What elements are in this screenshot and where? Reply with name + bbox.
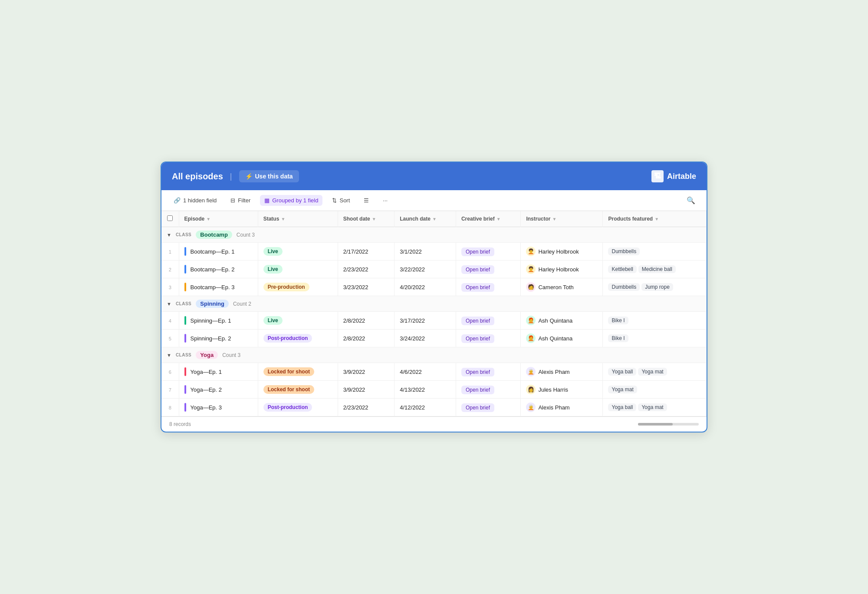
select-all-checkbox[interactable]	[167, 215, 173, 221]
instructor-cell: 🧑‍🦰 Ash Quintana	[521, 312, 603, 330]
episode-cell[interactable]: Bootcamp—Ep. 1	[179, 243, 258, 261]
brief-tag[interactable]: Open brief	[461, 368, 494, 376]
col-header-launch-date[interactable]: Launch date ▼	[395, 211, 456, 227]
products-cell: Dumbbells	[603, 243, 707, 261]
brief-tag[interactable]: Open brief	[461, 283, 494, 292]
sort-button[interactable]: ⇅ Sort	[328, 195, 354, 206]
group-collapse-arrow[interactable]: ▼	[167, 232, 171, 238]
table-row[interactable]: 3 Bootcamp—Ep. 3 Pre-production 3/23/202…	[161, 278, 707, 296]
brief-tag[interactable]: Open brief	[461, 248, 494, 256]
group-collapse-arrow[interactable]: ▼	[167, 301, 171, 307]
shoot-date-cell: 2/23/2022	[338, 399, 394, 416]
scrollbar-track[interactable]	[638, 423, 699, 426]
table-row[interactable]: 8 Yoga—Ep. 3 Post-production 2/23/2022 4…	[161, 399, 707, 416]
episode-cell[interactable]: Spinning—Ep. 1	[179, 312, 258, 330]
col-header-shoot-date[interactable]: Shoot date ▼	[338, 211, 394, 227]
episode-cell[interactable]: Yoga—Ep. 1	[179, 363, 258, 381]
launch-date-cell: 3/24/2022	[395, 330, 456, 347]
row-number: 7	[169, 387, 171, 393]
checkbox-header[interactable]	[161, 211, 179, 227]
instructor-name: Alexis Pham	[538, 404, 569, 411]
launch-date-cell: 3/17/2022	[395, 312, 456, 330]
row-checkbox-cell[interactable]: 3	[161, 278, 179, 296]
creative-brief-cell[interactable]: Open brief	[456, 261, 520, 278]
row-checkbox-cell[interactable]: 8	[161, 399, 179, 416]
creative-brief-cell[interactable]: Open brief	[456, 363, 520, 381]
table-row[interactable]: 7 Yoga—Ep. 2 Locked for shoot 3/9/2022 4…	[161, 381, 707, 399]
brief-tag[interactable]: Open brief	[461, 403, 494, 412]
avatar: 🧑‍🦳	[526, 367, 536, 376]
scrollbar-thumb	[638, 423, 673, 426]
filter-button[interactable]: ⊟ Filter	[226, 195, 255, 206]
creative-brief-cell[interactable]: Open brief	[456, 330, 520, 347]
row-checkbox-cell[interactable]: 7	[161, 381, 179, 399]
products-cell: Bike I	[603, 330, 707, 347]
row-number: 2	[169, 267, 171, 272]
sort-arrow-episode: ▼	[206, 217, 210, 221]
col-header-products[interactable]: Products featured ▼	[603, 211, 707, 227]
creative-brief-cell[interactable]: Open brief	[456, 312, 520, 330]
launch-date-cell: 4/12/2022	[395, 399, 456, 416]
product-tag: Yoga ball	[608, 368, 636, 376]
product-tag: Dumbbells	[608, 248, 640, 255]
creative-brief-cell[interactable]: Open brief	[456, 278, 520, 296]
group-name-tag: Yoga	[196, 351, 218, 359]
table-row[interactable]: 5 Spinning—Ep. 2 Post-production 2/8/202…	[161, 330, 707, 347]
episode-cell[interactable]: Bootcamp—Ep. 2	[179, 261, 258, 278]
status-badge: Live	[263, 247, 283, 256]
col-header-episode[interactable]: Episode ▼	[179, 211, 258, 227]
episode-cell[interactable]: Bootcamp—Ep. 3	[179, 278, 258, 296]
sort-arrow-products: ▼	[654, 217, 659, 221]
creative-brief-cell[interactable]: Open brief	[456, 381, 520, 399]
col-header-status[interactable]: Status ▼	[258, 211, 338, 227]
shoot-date-cell: 2/23/2022	[338, 261, 394, 278]
row-bar	[184, 316, 186, 325]
creative-brief-cell[interactable]: Open brief	[456, 243, 520, 261]
instructor-name: Ash Quintana	[538, 317, 572, 324]
row-checkbox-cell[interactable]: 2	[161, 261, 179, 278]
hidden-field-button[interactable]: 🔗 1 hidden field	[169, 195, 221, 206]
instructor-cell: 🧑‍🦰 Ash Quintana	[521, 330, 603, 347]
row-checkbox-cell[interactable]: 5	[161, 330, 179, 347]
table-row[interactable]: 1 Bootcamp—Ep. 1 Live 2/17/2022 3/1/2022…	[161, 243, 707, 261]
status-badge: Post-production	[263, 334, 312, 343]
row-checkbox-cell[interactable]: 6	[161, 363, 179, 381]
products-cell: DumbbellsJump rope	[603, 278, 707, 296]
col-header-instructor[interactable]: Instructor ▼	[521, 211, 603, 227]
table-row[interactable]: 4 Spinning—Ep. 1 Live 2/8/2022 3/17/2022…	[161, 312, 707, 330]
brief-tag[interactable]: Open brief	[461, 334, 494, 343]
episode-name: Yoga—Ep. 2	[191, 386, 222, 393]
group-header-cell: ▼ CLASS Spinning Count 2	[161, 296, 707, 312]
episode-cell[interactable]: Yoga—Ep. 2	[179, 381, 258, 399]
row-bar	[184, 367, 186, 376]
instructor-cell: 👩 Jules Harris	[521, 381, 603, 399]
list-view-button[interactable]: ☰	[359, 195, 373, 206]
use-data-button[interactable]: ⚡ Use this data	[239, 170, 299, 182]
episode-cell[interactable]: Spinning—Ep. 2	[179, 330, 258, 347]
more-options-button[interactable]: ···	[378, 195, 392, 206]
status-cell: Live	[258, 261, 338, 278]
creative-brief-cell[interactable]: Open brief	[456, 399, 520, 416]
episode-name: Yoga—Ep. 1	[191, 369, 222, 375]
product-tag: Dumbbells	[608, 283, 640, 291]
row-checkbox-cell[interactable]: 1	[161, 243, 179, 261]
search-button[interactable]: 🔍	[683, 195, 699, 206]
brief-tag[interactable]: Open brief	[461, 317, 494, 325]
brief-tag[interactable]: Open brief	[461, 265, 494, 274]
row-bar	[184, 265, 186, 274]
col-label-episode: Episode	[184, 216, 205, 222]
launch-date-cell: 4/20/2022	[395, 278, 456, 296]
table-row[interactable]: 6 Yoga—Ep. 1 Locked for shoot 3/9/2022 4…	[161, 363, 707, 381]
grouped-button[interactable]: ▦ Grouped by 1 field	[260, 195, 322, 206]
row-checkbox-cell[interactable]: 4	[161, 312, 179, 330]
brief-tag[interactable]: Open brief	[461, 386, 494, 394]
group-collapse-arrow[interactable]: ▼	[167, 353, 171, 358]
episode-cell[interactable]: Yoga—Ep. 3	[179, 399, 258, 416]
instructor-name: Jules Harris	[538, 386, 568, 393]
row-bar	[184, 283, 186, 291]
hidden-field-icon: 🔗	[174, 197, 181, 204]
table-row[interactable]: 2 Bootcamp—Ep. 2 Live 2/23/2022 3/22/202…	[161, 261, 707, 278]
shoot-date-cell: 3/23/2022	[338, 278, 394, 296]
product-tag: Kettlebell	[608, 265, 636, 273]
col-header-creative-brief[interactable]: Creative brief ▼	[456, 211, 520, 227]
